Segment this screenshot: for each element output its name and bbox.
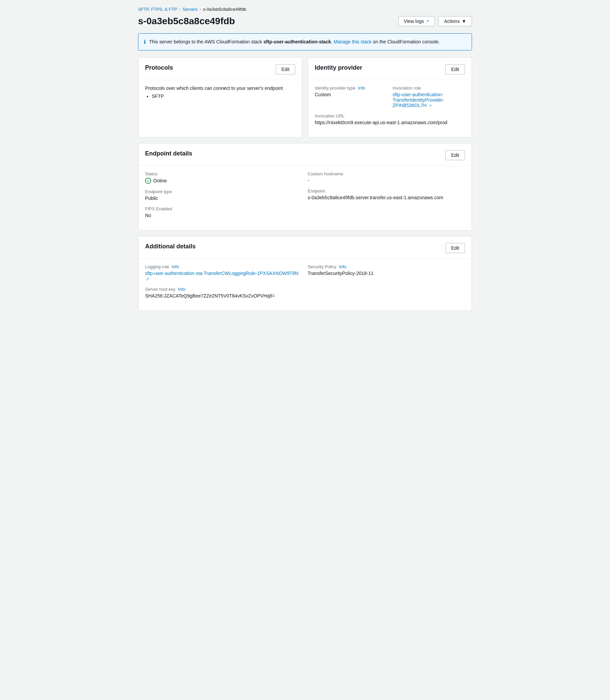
logging-role-link[interactable]: sftp-user-authentication-sta-TransferCWL… [145, 271, 298, 276]
protocols-card: Protocols Edit Protocols over which clie… [138, 57, 302, 137]
breadcrumb-sftp[interactable]: SFTP, FTPS, & FTP [138, 7, 177, 12]
breadcrumb-current: s-0a3eb5c8a8ce49fdb [203, 7, 246, 12]
identity-type-field: Identity provider type Info Custom [315, 85, 387, 113]
fips-value: No [145, 213, 302, 218]
identity-provider-card: Identity provider Edit Identity provider… [308, 57, 472, 137]
status-value: Online [145, 178, 302, 184]
banner-stack-name: sftp-user-authentication-stack [263, 39, 331, 45]
actions-label: Actions [444, 18, 460, 24]
endpoint-card-header: Endpoint details Edit [145, 150, 465, 160]
logging-role-field: Logging role Info sftp-user-authenticati… [145, 264, 302, 281]
endpoint-edit-button[interactable]: Edit [445, 150, 465, 160]
chevron-down-icon: ▼ [462, 18, 466, 24]
protocols-list: SFTP [145, 94, 295, 99]
server-host-key-info-badge[interactable]: Info [178, 287, 186, 292]
additional-card-title: Additional details [145, 243, 196, 250]
invocation-role-external-icon: ↗ [429, 104, 432, 108]
endpoint-fields: Status Online Endpoint type Public FIPS … [145, 171, 465, 224]
invocation-role-link[interactable]: sftp-user-authentication-TransferIdentit… [392, 92, 444, 108]
endpoint-right-col: Custom hostname - Endpoint s-0a3eb5c8a8c… [308, 171, 465, 224]
actions-button[interactable]: Actions ▼ [438, 16, 472, 26]
custom-hostname-value: - [308, 178, 465, 183]
info-banner-text: This server belongs to the AWS CloudForm… [149, 38, 440, 46]
endpoint-label: Endpoint [308, 189, 465, 194]
server-host-key-value: SHA256:JZACATeQ9gBee7ZZe2NT5V0T84vKSvZxO… [145, 293, 302, 298]
invocation-role-value: sftp-user-authentication-TransferIdentit… [392, 92, 465, 108]
logging-role-info-badge[interactable]: Info [172, 264, 179, 269]
top-cards-row: Protocols Edit Protocols over which clie… [138, 57, 472, 137]
invocation-url-label: Invocation URL [315, 113, 465, 118]
fips-label: FIPS Enabled [145, 206, 302, 211]
server-host-key-field: Server host key Info SHA256:JZACATeQ9gBe… [145, 287, 302, 298]
view-logs-button[interactable]: View logs ↗ [398, 16, 435, 26]
breadcrumb: SFTP, FTPS, & FTP › Servers › s-0a3eb5c8… [138, 7, 472, 12]
custom-hostname-label: Custom hostname [308, 171, 465, 176]
endpoint-left-col: Status Online Endpoint type Public FIPS … [145, 171, 302, 224]
logging-role-external-icon: ↗ [146, 277, 149, 281]
protocols-description: Protocols over which clients can connect… [145, 85, 295, 91]
breadcrumb-servers[interactable]: Servers [182, 7, 198, 12]
endpoint-type-field: Endpoint type Public [145, 189, 302, 201]
banner-text-before: This server belongs to the AWS CloudForm… [149, 39, 263, 45]
identity-type-label: Identity provider type Info [315, 85, 387, 91]
server-host-key-label: Server host key Info [145, 287, 302, 292]
additional-left-col: Logging role Info sftp-user-authenticati… [145, 264, 302, 304]
page-title: s-0a3eb5c8a8ce49fdb [138, 16, 235, 27]
identity-card-header: Identity provider Edit [315, 64, 465, 75]
endpoint-type-label: Endpoint type [145, 189, 302, 194]
protocols-card-title: Protocols [145, 64, 173, 71]
identity-type-info-badge[interactable]: Info [358, 85, 365, 91]
identity-fields: Identity provider type Info Custom Invoc… [315, 85, 465, 113]
logging-role-label: Logging role Info [145, 264, 302, 269]
endpoint-card-title: Endpoint details [145, 150, 192, 157]
protocols-card-header: Protocols Edit [145, 64, 295, 75]
identity-card-title: Identity provider [315, 64, 362, 71]
external-link-icon: ↗ [426, 19, 429, 23]
additional-details-card: Additional details Edit Logging role Inf… [138, 236, 472, 311]
banner-manage-link[interactable]: Manage this stack [334, 39, 372, 45]
additional-edit-button[interactable]: Edit [445, 243, 465, 253]
endpoint-value: s-0a3eb5c8a8ce49fdb.server.transfer.us-e… [308, 195, 465, 200]
header-actions: View logs ↗ Actions ▼ [398, 16, 472, 26]
security-policy-field: Security Policy Info TransferSecurityPol… [308, 264, 465, 276]
info-icon: ℹ [144, 39, 146, 45]
banner-text-after: on the CloudFormation console. [372, 39, 440, 45]
status-online-icon [145, 178, 151, 184]
additional-right-col: Security Policy Info TransferSecurityPol… [308, 264, 465, 304]
invocation-url-value: https://r4xekt0cm9.execute-api.us-east-1… [315, 120, 465, 125]
identity-type-value: Custom [315, 92, 387, 97]
invocation-role-label: Invocation role [392, 85, 465, 91]
logging-role-value: sftp-user-authentication-sta-TransferCWL… [145, 271, 302, 281]
view-logs-label: View logs [404, 18, 424, 24]
protocols-divider [138, 80, 302, 80]
protocol-sftp-item: SFTP [152, 94, 295, 99]
custom-hostname-field: Custom hostname - [308, 171, 465, 183]
identity-divider [308, 80, 472, 80]
status-label: Status [145, 171, 302, 176]
endpoint-details-card: Endpoint details Edit Status Online Endp… [138, 143, 472, 230]
fips-field: FIPS Enabled No [145, 206, 302, 218]
endpoint-field: Endpoint s-0a3eb5c8a8ce49fdb.server.tran… [308, 189, 465, 200]
security-policy-value: TransferSecurityPolicy-2018-11 [308, 271, 465, 276]
additional-card-header: Additional details Edit [145, 243, 465, 253]
invocation-url-field: Invocation URL https://r4xekt0cm9.execut… [315, 113, 465, 125]
status-text: Online [153, 178, 167, 183]
additional-fields: Logging role Info sftp-user-authenticati… [145, 264, 465, 304]
info-banner: ℹ This server belongs to the AWS CloudFo… [138, 33, 472, 50]
invocation-role-field: Invocation role sftp-user-authentication… [392, 85, 465, 113]
endpoint-type-value: Public [145, 196, 302, 201]
breadcrumb-sep-2: › [199, 7, 201, 12]
status-field: Status Online [145, 171, 302, 184]
security-policy-label: Security Policy Info [308, 264, 465, 269]
security-policy-info-badge[interactable]: Info [339, 264, 347, 269]
identity-edit-button[interactable]: Edit [445, 64, 465, 75]
breadcrumb-sep-1: › [179, 7, 180, 12]
protocols-edit-button[interactable]: Edit [276, 64, 295, 75]
page-header: s-0a3eb5c8a8ce49fdb View logs ↗ Actions … [138, 16, 472, 27]
endpoint-divider [138, 166, 472, 166]
